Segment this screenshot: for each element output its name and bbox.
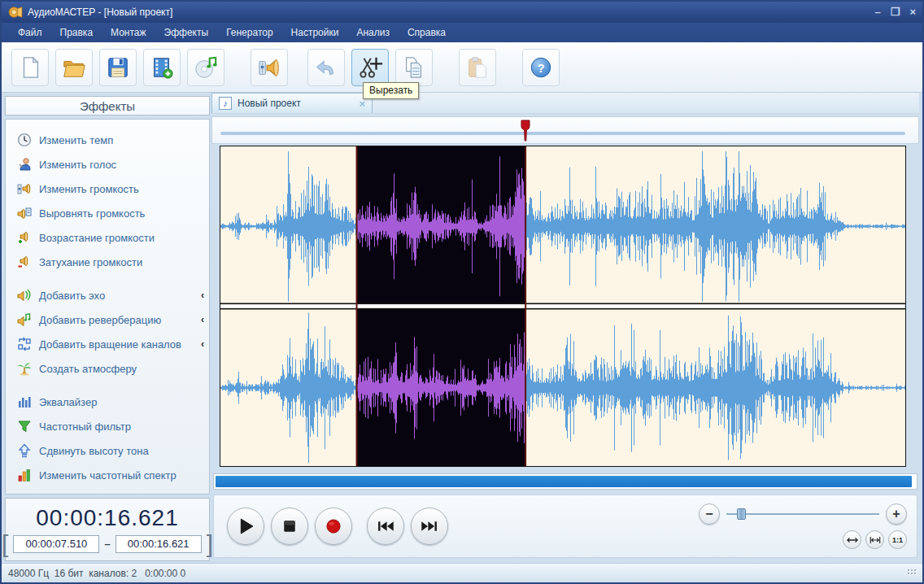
speaker-echo-icon	[17, 288, 32, 303]
horizontal-scrollbar[interactable]	[213, 473, 917, 490]
menu-bar: Файл Правка Монтаж Эффекты Генератор Нас…	[2, 23, 922, 42]
menu-settings[interactable]: Настройки	[283, 24, 347, 41]
effect-add-reverb[interactable]: Добавить реверберацию ‹	[17, 307, 206, 332]
skip-start-icon	[375, 516, 396, 537]
selection-start-field[interactable]: 00:00:07.510	[13, 535, 99, 553]
one-to-one-button[interactable]: 1:1	[888, 530, 907, 549]
minimize-button[interactable]: –	[875, 7, 881, 18]
tab-new-project[interactable]: ♪ Новый проект ×	[211, 93, 373, 113]
app-window: АудиоМАСТЕР - [Новый проект] – ❒ × Файл …	[0, 0, 924, 584]
menu-edit[interactable]: Правка	[52, 24, 102, 41]
collapse-chevron[interactable]: ‹	[201, 338, 204, 350]
audio-format-status: 48000 Гц 16 бит каналов: 2 0:00:00 0	[8, 568, 185, 579]
waveform-display[interactable]	[220, 146, 906, 467]
effect-create-atmosphere[interactable]: Создать атмосферу	[17, 356, 206, 381]
undo-arrow-icon	[314, 55, 338, 80]
open-file-button[interactable]	[55, 49, 93, 86]
volume-tools-button[interactable]	[251, 49, 288, 86]
extract-from-video-button[interactable]	[143, 49, 181, 86]
effect-label: Изменить темп	[39, 134, 113, 146]
waveform-canvas[interactable]	[220, 146, 905, 466]
skip-to-start-button[interactable]	[367, 508, 404, 545]
effect-change-spectrum[interactable]: Изменить частотный спектр	[17, 463, 206, 487]
zoom-out-button[interactable]: −	[699, 503, 720, 525]
record-button[interactable]	[315, 508, 352, 545]
effect-channel-rotation[interactable]: Добавить вращение каналов ‹	[17, 332, 206, 356]
fit-width-button[interactable]	[843, 530, 861, 549]
effect-change-tempo[interactable]: Изменить темп	[17, 128, 206, 152]
current-time-display: 00:00:16.621	[36, 505, 179, 531]
menu-help[interactable]: Справка	[399, 24, 454, 41]
effect-change-volume[interactable]: Изменить громкость	[17, 177, 206, 201]
effect-label: Возрастание громкости	[39, 232, 155, 244]
zoom-in-button[interactable]: +	[886, 503, 907, 525]
cut-button[interactable]	[351, 49, 389, 86]
question-icon: ?	[529, 55, 553, 80]
effect-label: Добавить эхо	[39, 290, 105, 302]
menu-montage[interactable]: Монтаж	[102, 24, 155, 41]
filmstrip-plus-icon	[150, 55, 174, 80]
stop-icon	[280, 516, 299, 536]
effect-equalizer[interactable]: Эквалайзер	[17, 390, 206, 414]
maximize-button[interactable]: ❒	[891, 7, 900, 18]
menu-analysis[interactable]: Анализ	[348, 24, 398, 41]
effects-list: Изменить темп Изменить голос	[5, 119, 210, 495]
selection-end-field[interactable]: 00:00:16.621	[116, 535, 202, 553]
effect-fade-out[interactable]: Затухание громкости	[17, 250, 206, 274]
zoom-slider-handle[interactable]	[737, 508, 746, 520]
cut-tooltip: Вырезать	[363, 82, 419, 99]
arrow-up-icon	[17, 443, 32, 458]
resize-grip[interactable]	[906, 568, 917, 579]
clock-icon	[17, 133, 32, 147]
time-panel: 00:00:16.621 [ 00:00:07.510 – 00:00:16.6…	[5, 498, 210, 561]
effects-panel: Эффекты Изменить темп Изменить голо	[2, 93, 210, 563]
effect-add-echo[interactable]: Добавить эхо ‹	[17, 283, 206, 307]
floppy-icon	[106, 55, 130, 80]
effect-change-voice[interactable]: Изменить голос	[17, 152, 206, 177]
effect-frequency-filter[interactable]: Частотный фильтр	[17, 414, 206, 438]
selection-separator: –	[104, 538, 110, 550]
scrollbar-thumb[interactable]	[216, 476, 912, 487]
palm-tree-icon	[17, 361, 32, 376]
grab-from-cd-button[interactable]	[187, 49, 224, 86]
zoom-slider[interactable]	[726, 508, 879, 520]
zoom-controls: − +	[699, 503, 907, 549]
menu-generator[interactable]: Генератор	[218, 24, 281, 41]
scissors-icon	[357, 54, 383, 81]
svg-text:?: ?	[537, 60, 544, 74]
speaker-slider-icon	[17, 181, 32, 196]
help-button[interactable]: ?	[522, 49, 560, 86]
zoom-slider-track	[726, 513, 879, 515]
music-note-doc-icon: ♪	[219, 97, 232, 110]
fit-selection-button[interactable]	[865, 530, 884, 549]
play-button[interactable]	[227, 508, 264, 545]
skip-to-end-button[interactable]	[411, 508, 448, 545]
speaker-plus-icon	[17, 230, 32, 245]
collapse-chevron[interactable]: ‹	[201, 314, 204, 325]
playhead-marker[interactable]	[521, 120, 530, 142]
effect-label: Эквалайзер	[39, 396, 97, 408]
menu-effects[interactable]: Эффекты	[156, 24, 217, 41]
speaker-note-icon	[17, 312, 32, 327]
new-project-button[interactable]	[11, 49, 49, 86]
speaker-mixer-icon	[256, 55, 282, 80]
undo-button[interactable]	[307, 49, 345, 86]
speaker-minus-icon	[17, 255, 32, 269]
skip-end-icon	[419, 516, 440, 537]
stop-button[interactable]	[271, 508, 308, 545]
green-funnel-icon	[17, 419, 32, 434]
paste-button[interactable]	[459, 49, 496, 86]
equalizer-bars-icon	[17, 394, 32, 409]
save-button[interactable]	[99, 49, 137, 86]
close-button[interactable]: ×	[909, 7, 916, 18]
spectrum-bars-icon	[17, 468, 32, 482]
effect-label: Частотный фильтр	[39, 421, 131, 433]
effect-pitch-shift[interactable]: Сдвинуть высоту тона	[17, 438, 206, 463]
selection-bracket-left: [	[2, 534, 8, 555]
effect-fade-in[interactable]: Возрастание громкости	[17, 225, 206, 250]
timeline-ruler[interactable]	[211, 116, 919, 144]
menu-file[interactable]: Файл	[10, 24, 50, 41]
copy-button[interactable]	[395, 49, 433, 86]
effect-normalize-volume[interactable]: Выровнять громкость	[17, 201, 206, 225]
collapse-chevron[interactable]: ‹	[201, 290, 204, 301]
